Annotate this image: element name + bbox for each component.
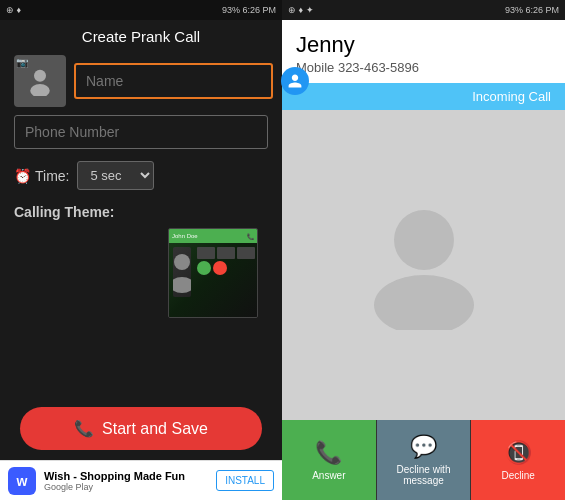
- status-bar-left: ⊕ ♦ 93% 6:26 PM: [0, 0, 282, 20]
- status-right-time: 93% 6:26 PM: [505, 5, 559, 15]
- caller-name: Jenny: [296, 32, 551, 58]
- svg-point-1: [30, 84, 50, 96]
- incoming-call-label: Incoming Call: [472, 89, 551, 104]
- status-left-time: 93% 6:26 PM: [222, 5, 276, 15]
- status-right-icons: ⊕ ♦ ✦: [288, 5, 314, 15]
- decline-button[interactable]: 📵 Decline: [471, 420, 565, 500]
- svg-point-3: [374, 275, 474, 330]
- phone-icon: 📞: [74, 419, 94, 438]
- theme-avatar-small: [173, 247, 191, 297]
- person-add-icon: [287, 73, 303, 89]
- name-row: 📷: [14, 55, 268, 107]
- install-button[interactable]: INSTALL: [216, 470, 274, 491]
- camera-icon: 📷: [16, 57, 28, 68]
- answer-label: Answer: [312, 470, 345, 481]
- time-row: ⏰ Time: 5 sec 10 sec 15 sec 30 sec: [14, 161, 268, 190]
- calling-theme-section: Calling Theme: John Doe 📞: [14, 204, 268, 318]
- ad-subtitle: Google Play: [44, 482, 208, 492]
- page-title: Create Prank Call: [0, 20, 282, 55]
- person-silhouette: [25, 66, 55, 96]
- svg-point-2: [394, 210, 454, 270]
- status-left-icons: ⊕ ♦: [6, 5, 21, 15]
- incoming-call-bar: Incoming Call: [282, 83, 565, 110]
- form-area: 📷 ⏰ Time: 5 sec 10 sec 15 sec: [0, 55, 282, 397]
- avatar-placeholder[interactable]: 📷: [14, 55, 66, 107]
- action-buttons: 📞 Answer 💬 Decline with message 📵 Declin…: [282, 420, 565, 500]
- time-select[interactable]: 5 sec 10 sec 15 sec 30 sec: [77, 161, 154, 190]
- decline-message-label: Decline with message: [377, 464, 471, 486]
- start-save-label: Start and Save: [102, 420, 208, 438]
- message-icon: 💬: [410, 434, 437, 460]
- contact-picker-button[interactable]: [281, 67, 309, 95]
- caller-avatar-area: [282, 110, 565, 420]
- caller-avatar: [364, 200, 484, 330]
- decline-label: Decline: [502, 470, 535, 481]
- svg-point-0: [34, 70, 46, 82]
- answer-icon: 📞: [315, 440, 342, 466]
- start-save-button[interactable]: 📞 Start and Save: [20, 407, 262, 450]
- left-panel: ⊕ ♦ 93% 6:26 PM Create Prank Call 📷: [0, 0, 282, 500]
- caller-info: Jenny Mobile 323-463-5896: [282, 20, 565, 83]
- theme-preview-image: John Doe 📞: [169, 229, 257, 317]
- decline-message-button[interactable]: 💬 Decline with message: [377, 420, 471, 500]
- ad-banner: w Wish - Shopping Made Fun Google Play I…: [0, 460, 282, 500]
- theme-preview[interactable]: John Doe 📞: [168, 228, 258, 318]
- calling-theme-label: Calling Theme:: [14, 204, 268, 220]
- theme-content: [169, 243, 257, 317]
- ad-logo: w: [8, 467, 36, 495]
- ad-title: Wish - Shopping Made Fun: [44, 470, 208, 482]
- caller-number: Mobile 323-463-5896: [296, 60, 551, 75]
- theme-top-bar: John Doe 📞: [169, 229, 257, 243]
- name-input[interactable]: [74, 63, 273, 99]
- phone-input[interactable]: [14, 115, 268, 149]
- decline-icon: 📵: [505, 440, 532, 466]
- answer-button[interactable]: 📞 Answer: [282, 420, 376, 500]
- status-bar-right: ⊕ ♦ ✦ 93% 6:26 PM: [282, 0, 565, 20]
- theme-buttons: [197, 247, 255, 313]
- right-panel: ⊕ ♦ ✦ 93% 6:26 PM Jenny Mobile 323-463-5…: [282, 0, 565, 500]
- ad-text: Wish - Shopping Made Fun Google Play: [44, 470, 208, 492]
- time-label: ⏰ Time:: [14, 168, 69, 184]
